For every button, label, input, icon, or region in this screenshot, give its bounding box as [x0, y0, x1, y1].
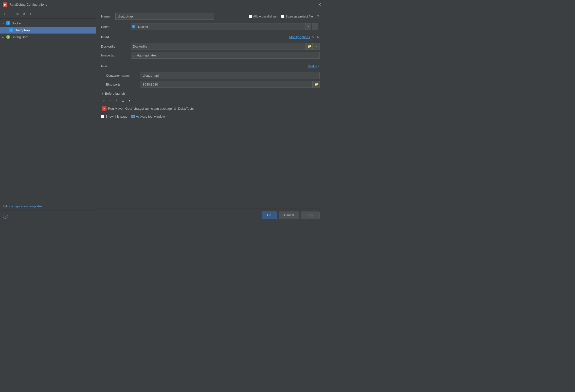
spring-boot-arrow: ▶ [2, 36, 6, 39]
name-label: Name: [101, 15, 110, 18]
copy-config-button[interactable]: ⧉ [15, 11, 20, 17]
help-button[interactable]: ? [3, 214, 8, 219]
main-container: + − ⧉ ⇄ ↕ ▼ Docker [0, 9, 324, 221]
run-section-divider [109, 66, 307, 66]
right-panel: Name: Allow parallel run Store as projec… [96, 9, 324, 221]
dockerfile-label: Dockerfile: [101, 45, 131, 48]
name-input[interactable] [115, 13, 214, 20]
before-launch-toolbar: + − ✎ ▲ ▼ [101, 97, 320, 104]
image-tag-input[interactable] [131, 52, 320, 59]
svg-text:m: m [103, 107, 105, 110]
before-launch-arrow: ▼ [101, 92, 104, 95]
config-toolbar: + − ⧉ ⇄ ↕ [0, 9, 96, 19]
left-panel-help: ? [0, 210, 96, 221]
tree-group-docker[interactable]: ▼ Docker [0, 20, 96, 27]
run-section-title: Run [101, 64, 107, 68]
tree-item-chatgpt-api[interactable]: chatgpt-api [0, 27, 96, 34]
build-section: Build Modify options Alt+M Dockerfile: 📁… [101, 34, 320, 59]
dialog-footer: OK Cancel Apply [96, 208, 324, 221]
image-tag-label: Image tag: [101, 53, 131, 57]
before-launch-edit-button[interactable]: ✎ [114, 98, 119, 103]
tree-group-spring-boot[interactable]: ▶ S Spring Boot [0, 34, 96, 40]
server-select-arrow[interactable]: ▾ [306, 23, 311, 30]
before-launch-up-button[interactable]: ▲ [120, 98, 126, 103]
ok-button[interactable]: OK [262, 211, 277, 219]
image-tag-row: Image tag: [101, 52, 320, 59]
move-config-button[interactable]: ⇄ [21, 11, 27, 17]
build-section-title: Build [101, 35, 109, 39]
config-tree: ▼ Docker [0, 19, 96, 202]
app-icon: ▶ [3, 2, 7, 7]
docker-group-icon [6, 21, 10, 25]
bind-ports-container: 📁 [141, 81, 320, 88]
apply-button[interactable]: Apply [301, 211, 320, 219]
bind-ports-label: Bind ports: [106, 83, 141, 86]
show-page-checkbox[interactable] [101, 115, 104, 118]
activate-tool-checkbox[interactable] [131, 115, 135, 118]
before-launch-title: Before launch [105, 92, 125, 95]
sort-config-button[interactable]: ↕ [28, 11, 33, 17]
container-name-row: Container name: [101, 72, 320, 79]
window-title: Run/Debug Configurations [9, 3, 318, 6]
left-panel-footer: Edit configuration templates... [0, 202, 96, 210]
title-bar: ▶ Run/Debug Configurations ✕ [0, 0, 324, 9]
chatgpt-api-label: chatgpt-api [15, 28, 30, 32]
config-body: Server: Docker ▾ … [96, 22, 324, 208]
maven-icon: m [102, 106, 107, 111]
remove-config-button[interactable]: − [8, 11, 14, 17]
server-browse-button[interactable]: … [312, 23, 318, 30]
store-project-checkbox-group[interactable]: Store as project file [281, 15, 313, 18]
store-project-checkbox[interactable] [281, 15, 284, 18]
add-config-button[interactable]: + [2, 11, 7, 17]
spring-boot-icon: S [6, 35, 10, 39]
close-button[interactable]: ✕ [318, 3, 322, 7]
before-launch-add-button[interactable]: + [101, 98, 107, 103]
allow-parallel-label: Allow parallel run [253, 15, 278, 18]
bind-ports-input[interactable] [141, 81, 313, 88]
left-panel: + − ⧉ ⇄ ↕ ▼ Docker [0, 9, 96, 221]
before-launch-section: ▼ Before launch + − ✎ ▲ ▼ m [101, 92, 320, 118]
run-section: Run Modify ▾ Container name: Bind ports:… [101, 63, 320, 88]
allow-parallel-checkbox[interactable] [249, 15, 252, 18]
dockerfile-row: Dockerfile: 📁 ▾ [101, 43, 320, 50]
gear-icon[interactable]: ⚙ [316, 14, 320, 18]
modify-options-button[interactable]: Modify options [288, 35, 311, 39]
container-name-label: Container name: [106, 74, 141, 77]
activate-tool-label: Activate tool window [136, 115, 165, 118]
bind-ports-browse-button[interactable]: 📁 [313, 81, 320, 88]
container-name-input[interactable] [141, 72, 320, 79]
server-row: Server: Docker ▾ … [101, 23, 320, 30]
modify-run-button[interactable]: Modify [307, 64, 318, 68]
header-options: Allow parallel run Store as project file… [249, 14, 320, 18]
cancel-button[interactable]: Cancel [279, 211, 299, 219]
docker-group-arrow: ▼ [2, 22, 6, 25]
show-page-checkbox-group[interactable]: Show this page [101, 115, 127, 118]
dockerfile-input[interactable] [131, 43, 306, 50]
modify-run-arrow: ▾ [318, 65, 320, 68]
before-launch-remove-button[interactable]: − [108, 98, 113, 103]
before-launch-down-button[interactable]: ▼ [127, 98, 132, 103]
maven-task-item[interactable]: m Run Maven Goal 'chatgpt-api: clean pac… [101, 105, 320, 112]
server-select[interactable]: Docker [136, 23, 306, 30]
server-label: Server: [101, 25, 131, 29]
bind-ports-row: Bind ports: 📁 [101, 81, 320, 88]
dockerfile-browse-button[interactable]: 📁 [306, 43, 313, 50]
spring-boot-label: Spring Boot [12, 35, 28, 39]
config-header: Name: Allow parallel run Store as projec… [96, 9, 324, 22]
activate-tool-checkbox-group[interactable]: Activate tool window [131, 115, 165, 118]
dockerfile-dropdown-button[interactable]: ▾ [313, 43, 320, 50]
server-select-container: Docker ▾ … [131, 23, 320, 30]
chatgpt-api-icon [9, 28, 13, 32]
show-page-label: Show this page [106, 115, 127, 118]
modify-options-shortcut: Alt+M [312, 35, 320, 39]
store-project-label: Store as project file [286, 15, 313, 18]
docker-group-label: Docker [12, 22, 22, 25]
server-docker-icon [131, 23, 136, 30]
edit-templates-link[interactable]: Edit configuration templates... [3, 204, 45, 208]
allow-parallel-checkbox-group[interactable]: Allow parallel run [249, 15, 278, 18]
footer-checkboxes: Show this page Activate tool window [101, 112, 320, 118]
build-section-divider [112, 37, 288, 37]
maven-task-label: Run Maven Goal 'chatgpt-api: clean packa… [108, 107, 194, 111]
before-launch-header[interactable]: ▼ Before launch [101, 92, 320, 95]
run-section-header: Run Modify ▾ [101, 63, 320, 69]
